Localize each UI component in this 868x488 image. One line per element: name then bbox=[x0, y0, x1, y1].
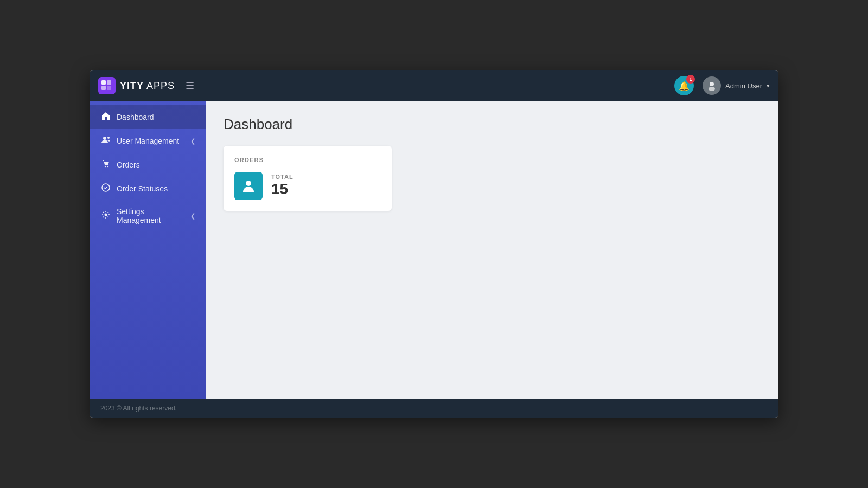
hamburger-menu[interactable]: ☰ bbox=[186, 80, 194, 92]
svg-rect-0 bbox=[101, 80, 106, 85]
svg-point-12 bbox=[246, 181, 251, 186]
sidebar: Dashboard User Management ❮ bbox=[90, 101, 206, 399]
sidebar-item-dashboard[interactable]: Dashboard bbox=[90, 105, 206, 129]
browser-window: YITY APPS ☰ 🔔 1 Admin User ▾ bbox=[90, 70, 778, 418]
user-name: Admin User bbox=[725, 82, 762, 90]
page-title: Dashboard bbox=[224, 116, 761, 133]
home-icon bbox=[100, 112, 111, 123]
logo-area: YITY APPS ☰ bbox=[98, 77, 674, 94]
orders-card-title: ORDERS bbox=[234, 157, 381, 163]
notification-button[interactable]: 🔔 1 bbox=[674, 76, 694, 95]
notification-badge: 1 bbox=[686, 75, 695, 84]
sidebar-item-user-management[interactable]: User Management ❮ bbox=[90, 129, 206, 153]
svg-point-4 bbox=[710, 82, 714, 86]
user-avatar bbox=[703, 76, 721, 95]
svg-rect-2 bbox=[101, 86, 106, 90]
user-menu[interactable]: Admin User ▾ bbox=[703, 76, 770, 95]
sidebar-item-label: Order Statuses bbox=[117, 184, 195, 193]
main-layout: Dashboard User Management ❮ bbox=[90, 101, 778, 399]
svg-point-8 bbox=[105, 166, 106, 167]
sidebar-item-orders[interactable]: Orders bbox=[90, 153, 206, 177]
svg-point-6 bbox=[103, 137, 106, 140]
user-management-icon bbox=[100, 136, 111, 146]
svg-point-5 bbox=[709, 87, 715, 91]
sidebar-item-settings-management[interactable]: Settings Management ❮ bbox=[90, 201, 206, 231]
footer: 2023 © All rights reserved. bbox=[90, 399, 778, 418]
svg-point-11 bbox=[105, 214, 107, 216]
orders-card-body: TOTAL 15 bbox=[234, 172, 381, 200]
orders-icon-box bbox=[234, 172, 263, 200]
order-statuses-icon bbox=[100, 183, 111, 194]
sidebar-item-label: User Management bbox=[117, 137, 185, 145]
sidebar-chevron-icon: ❮ bbox=[190, 213, 195, 220]
app-name: YITY APPS bbox=[120, 80, 175, 92]
user-menu-chevron: ▾ bbox=[767, 82, 770, 89]
orders-total-value: 15 bbox=[271, 180, 293, 198]
orders-total-label: TOTAL bbox=[271, 174, 293, 180]
app-logo-icon bbox=[98, 77, 116, 94]
orders-stats: TOTAL 15 bbox=[271, 174, 293, 198]
footer-text: 2023 © All rights reserved. bbox=[100, 404, 177, 412]
nav-right: 🔔 1 Admin User ▾ bbox=[674, 76, 770, 95]
sidebar-item-label: Orders bbox=[117, 160, 195, 169]
svg-point-7 bbox=[107, 137, 110, 139]
svg-rect-1 bbox=[107, 80, 111, 85]
content-area: Dashboard ORDERS TOTAL 15 bbox=[206, 101, 778, 399]
orders-icon bbox=[100, 159, 111, 170]
svg-rect-3 bbox=[107, 86, 111, 90]
orders-card: ORDERS TOTAL 15 bbox=[224, 146, 392, 211]
sidebar-item-label: Settings Management bbox=[117, 207, 185, 224]
top-nav: YITY APPS ☰ 🔔 1 Admin User ▾ bbox=[90, 70, 778, 101]
sidebar-chevron-icon: ❮ bbox=[190, 138, 195, 145]
orders-figure-icon bbox=[241, 178, 256, 194]
svg-point-9 bbox=[107, 166, 108, 167]
settings-icon bbox=[100, 210, 111, 221]
sidebar-item-label: Dashboard bbox=[117, 113, 195, 121]
sidebar-item-order-statuses[interactable]: Order Statuses bbox=[90, 177, 206, 201]
